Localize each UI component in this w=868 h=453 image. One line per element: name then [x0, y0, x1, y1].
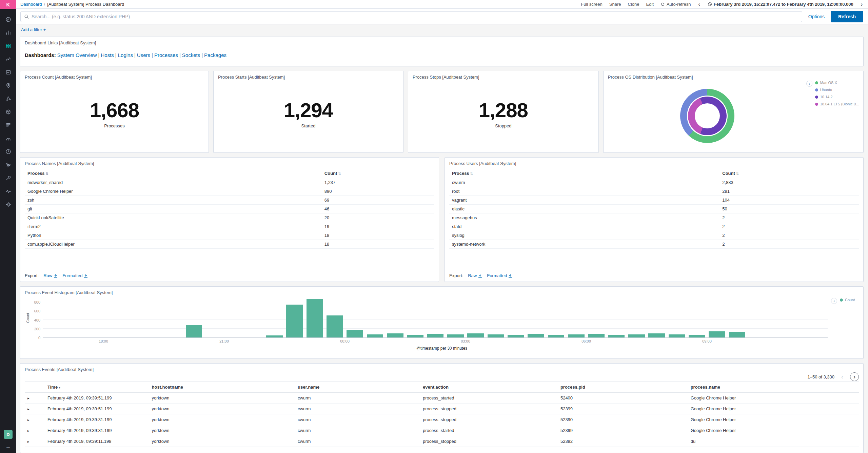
uptime-icon[interactable]: [0, 145, 16, 158]
histogram-bar[interactable]: [669, 334, 685, 337]
discover-icon[interactable]: [0, 13, 16, 26]
dashboard-link-logins[interactable]: Logins: [118, 52, 133, 58]
histogram-bar[interactable]: [186, 325, 202, 337]
histogram-bar[interactable]: [648, 333, 665, 337]
sort-icon: ⇅: [470, 172, 473, 176]
column-header-process[interactable]: Process⇅: [25, 169, 322, 178]
time-range-picker[interactable]: February 3rd 2019, 16:22:07.472 to Febru…: [708, 2, 853, 7]
space-avatar[interactable]: D: [4, 430, 13, 439]
kibana-logo[interactable]: K: [0, 0, 16, 9]
legend-item[interactable]: Ubuntu: [815, 88, 859, 92]
time-step-back-icon[interactable]: ‹: [697, 2, 701, 7]
dashboard-link-packages[interactable]: Packages: [204, 52, 226, 58]
collapse-nav-icon[interactable]: →: [5, 444, 11, 450]
monitoring-icon[interactable]: [0, 185, 16, 198]
expand-row-icon[interactable]: ▸: [27, 407, 29, 411]
histogram-bar[interactable]: [387, 333, 403, 337]
event-cell: Google Chrome Helper: [688, 404, 859, 414]
legend-item[interactable]: 10.14.2: [815, 95, 859, 99]
apm-icon[interactable]: [0, 132, 16, 145]
histogram-bar[interactable]: [286, 305, 303, 338]
dashboard-link-sockets[interactable]: Sockets: [182, 52, 200, 58]
share-button[interactable]: Share: [609, 2, 621, 7]
prev-page-icon[interactable]: ‹: [838, 372, 847, 381]
histogram-bar[interactable]: [608, 335, 625, 337]
clone-button[interactable]: Clone: [628, 2, 639, 7]
link-separator: |: [114, 52, 118, 58]
histogram-bar[interactable]: [427, 334, 444, 337]
maps-icon[interactable]: [0, 79, 16, 92]
events-column-header-user-name[interactable]: user.name: [295, 382, 420, 393]
dashboard-link-processes[interactable]: Processes: [154, 52, 178, 58]
link-separator: |: [133, 52, 137, 58]
histogram-bar[interactable]: [689, 335, 705, 337]
expand-row-icon[interactable]: ▸: [27, 396, 29, 400]
metric-label: Started: [301, 123, 315, 128]
visualize-icon[interactable]: [0, 26, 16, 39]
column-header-count[interactable]: Count⇅: [322, 169, 434, 178]
dev-tools-icon[interactable]: [0, 171, 16, 185]
dashboard-link-users[interactable]: Users: [137, 52, 150, 58]
expand-row-icon[interactable]: ▸: [27, 429, 29, 433]
events-column-header-time[interactable]: Time▾: [45, 382, 149, 393]
legend-toggle-icon[interactable]: ‹: [806, 81, 812, 87]
management-icon[interactable]: [0, 198, 16, 211]
histogram-bar[interactable]: [347, 330, 363, 337]
histogram-bar[interactable]: [447, 334, 464, 337]
machine-learning-icon[interactable]: [0, 92, 16, 105]
events-column-header-host-hostname[interactable]: host.hostname: [149, 382, 295, 393]
dashboard-link-hosts[interactable]: Hosts: [101, 52, 114, 58]
export-raw-link[interactable]: Raw: [43, 273, 58, 278]
export-formatted-link[interactable]: Formatted: [62, 273, 88, 278]
canvas-icon[interactable]: [0, 66, 16, 79]
time-step-forward-icon[interactable]: ›: [860, 2, 863, 7]
histogram-bar[interactable]: [307, 299, 323, 337]
histogram-bar[interactable]: [709, 331, 725, 337]
histogram-bar[interactable]: [568, 334, 585, 337]
edit-button[interactable]: Edit: [646, 2, 653, 7]
infrastructure-icon[interactable]: [0, 105, 16, 119]
add-filter-link[interactable]: Add a filter +: [21, 27, 46, 32]
histogram-bar[interactable]: [467, 333, 484, 337]
events-column-header-event-action[interactable]: event.action: [420, 382, 558, 393]
breadcrumb-dashboard-link[interactable]: Dashboard: [20, 2, 42, 7]
logs-icon[interactable]: [0, 119, 16, 132]
panel-process-users: Process Users [Auditbeat System] Process…: [445, 157, 864, 282]
search-input[interactable]: [32, 14, 798, 19]
dashboard-icon[interactable]: [0, 39, 16, 53]
auto-refresh-button[interactable]: Auto-refresh: [660, 2, 691, 7]
legend-item[interactable]: 18.04.1 LTS (Bionic B...: [815, 102, 859, 106]
next-page-icon[interactable]: ›: [850, 372, 859, 381]
export-raw-link[interactable]: Raw: [468, 273, 482, 278]
metric-label: Processes: [104, 123, 125, 128]
histogram-bar[interactable]: [488, 334, 504, 337]
histogram-bar[interactable]: [508, 335, 524, 337]
sidebar-nav: K D →: [0, 0, 16, 453]
legend-item-count[interactable]: Count: [840, 298, 855, 302]
histogram-bar[interactable]: [528, 334, 544, 337]
column-header-count[interactable]: Count⇅: [719, 169, 859, 178]
events-column-header-process-pid[interactable]: process.pid: [558, 382, 688, 393]
dashboard-link-system-overview[interactable]: System Overview: [57, 52, 97, 58]
refresh-button[interactable]: Refresh: [831, 11, 863, 22]
histogram-bar[interactable]: [628, 334, 645, 337]
histogram-bar[interactable]: [729, 332, 746, 337]
legend-toggle-icon[interactable]: ‹: [831, 298, 837, 304]
events-column-header-process-name[interactable]: process.name: [688, 382, 859, 393]
histogram-bar[interactable]: [367, 334, 383, 337]
expand-row-icon[interactable]: ▸: [27, 439, 29, 444]
legend-item[interactable]: Mac OS X: [815, 81, 859, 85]
column-header-process[interactable]: Process⇅: [449, 169, 719, 178]
options-link[interactable]: Options: [808, 14, 825, 19]
export-formatted-link[interactable]: Formatted: [487, 273, 512, 278]
os-distribution-donut[interactable]: [680, 89, 734, 143]
histogram-bar[interactable]: [588, 334, 605, 337]
histogram-bar[interactable]: [407, 335, 423, 337]
histogram-bar[interactable]: [548, 335, 565, 337]
graph-icon[interactable]: [0, 158, 16, 171]
timelion-icon[interactable]: [0, 53, 16, 66]
full-screen-button[interactable]: Full screen: [581, 2, 603, 7]
panel-process-names: Process Names [Auditbeat System] Process…: [20, 157, 439, 282]
expand-row-icon[interactable]: ▸: [27, 418, 29, 422]
histogram-bar[interactable]: [327, 315, 343, 337]
